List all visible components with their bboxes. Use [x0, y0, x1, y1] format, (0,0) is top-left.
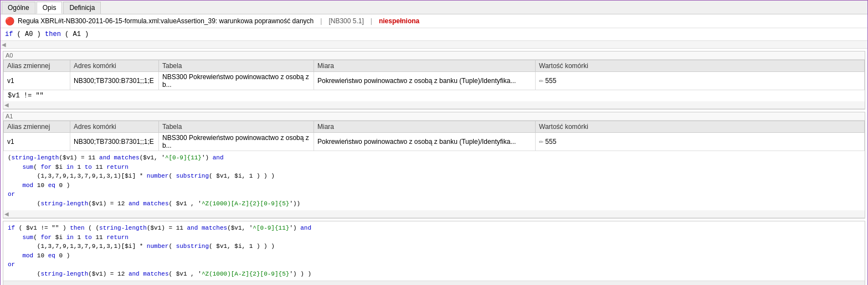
formula-display: if ( A0 ) then ( A1 ) [1, 28, 867, 41]
formula-part2: ( A1 ) [65, 30, 89, 38]
a0-edit-icon[interactable]: ✏ [539, 78, 543, 84]
col-value-header: Wartość komórki [536, 60, 865, 72]
a0-value-text: 555 [545, 77, 556, 85]
a1-table-0: NBS300 Pokrewieństwo powinowactwo z osob… [159, 133, 314, 151]
separator-1: | [320, 17, 322, 25]
a0-table-0: NBS300 Pokrewieństwo powinowactwo z osob… [159, 72, 314, 90]
bf-line-4: or [8, 261, 15, 268]
kw-if: if [5, 30, 13, 38]
main-container: Ogólne Opis Definicja 🔴 Reguła XBRL#t-NB… [0, 0, 868, 285]
formula-part1: ( A0 ) [17, 30, 45, 38]
a0-miara-0: Pokrewieństwo powinowactwo z osobą z ban… [314, 72, 536, 90]
a1-code-line-0: (string-length($v1) = 11 and matches($v1… [8, 154, 224, 161]
a0-value-0: ✏ 555 [536, 72, 865, 90]
bf-line-1: sum( for $i in 1 to 11 return [8, 234, 129, 241]
a1-value-text: 555 [545, 138, 556, 146]
bottom-scrollbar[interactable] [3, 281, 865, 285]
col-addr-header: Adres komórki [70, 60, 159, 72]
error-message: Reguła XBRL#t-NB300-2011-06-15-formula.x… [18, 17, 314, 25]
bf-line-0: if ( $v1 != "" ) then ( (string-length($… [8, 225, 311, 231]
a1-col-value-header: Wartość komórki [536, 121, 865, 133]
a1-col-miara-header: Miara [314, 121, 536, 133]
a1-miara-0: Pokrewieństwo powinowactwo z osobą z ban… [314, 133, 536, 151]
tab-ogolne[interactable]: Ogólne [2, 2, 35, 14]
a0-scrollbar[interactable] [3, 101, 865, 109]
a1-addr-0: NB300;TB7300:B7301;;1;E [70, 133, 159, 151]
a1-code-line-1: sum( for $i in 1 to 11 return [8, 164, 129, 170]
bottom-formula-code: if ( $v1 != "" ) then ( (string-length($… [3, 221, 865, 281]
a1-alias-0: v1 [4, 133, 70, 151]
version-badge: [NB300 5.1] [328, 17, 363, 25]
a1-code-line-5: (string-length($v1) = 12 and matches( $v… [8, 200, 300, 207]
tab-bar: Ogólne Opis Definicja [1, 1, 867, 14]
section-a1-label: A1 [3, 112, 865, 121]
a1-code-line-3: mod 10 eq 0 ) [8, 182, 70, 189]
a0-table: Alias zmiennej Adres komórki Tabela Miar… [3, 60, 865, 90]
status-label: niespełniona [379, 17, 419, 25]
a1-value-0: ✏ 555 [536, 133, 865, 151]
a1-col-table-header: Tabela [159, 121, 314, 133]
a1-scrollbar[interactable] [3, 210, 865, 218]
bf-line-2: (1,3,7,9,1,3,7,9,1,3,1)[$i] * number( su… [8, 243, 275, 250]
bf-line-5: (string-length($v1) = 12 and matches( $v… [8, 271, 311, 277]
a1-col-addr-header: Adres komórki [70, 121, 159, 133]
a0-row-0: v1 NB300;TB7300:B7301;;1;E NBS300 Pokrew… [4, 72, 865, 90]
error-icon: 🔴 [5, 17, 14, 25]
a0-table-header: Alias zmiennej Adres komórki Tabela Miar… [4, 60, 865, 72]
a1-table-header: Alias zmiennej Adres komórki Tabela Miar… [4, 121, 865, 133]
top-scrollbar[interactable] [1, 41, 867, 49]
col-table-header: Tabela [159, 60, 314, 72]
tab-opis[interactable]: Opis [37, 2, 63, 14]
a1-table: Alias zmiennej Adres komórki Tabela Miar… [3, 121, 865, 151]
col-alias-header: Alias zmiennej [4, 60, 70, 72]
a1-code-line-2: (1,3,7,9,1,3,7,9,1,3,1)[$i] * number( su… [8, 173, 275, 179]
a0-addr-0: NB300;TB7300:B7301;;1;E [70, 72, 159, 90]
col-miara-header: Miara [314, 60, 536, 72]
separator-2: | [371, 17, 372, 25]
bottom-formula-section: if ( $v1 != "" ) then ( (string-length($… [3, 221, 865, 285]
a0-alias-0: v1 [4, 72, 70, 90]
a1-code-block: (string-length($v1) = 11 and matches($v1… [3, 151, 865, 210]
kw-then: then [45, 30, 61, 38]
a1-row-0: v1 NB300;TB7300:B7301;;1;E NBS300 Pokrew… [4, 133, 865, 151]
a1-col-alias-header: Alias zmiennej [4, 121, 70, 133]
section-a1: A1 Alias zmiennej Adres komórki Tabela M… [3, 112, 865, 219]
bf-line-3: mod 10 eq 0 ) [8, 252, 70, 259]
tab-definicja[interactable]: Definicja [63, 2, 101, 14]
a1-code-line-4: or [8, 191, 15, 198]
section-a0-label: A0 [3, 51, 865, 60]
error-banner: 🔴 Reguła XBRL#t-NB300-2011-06-15-formula… [1, 14, 867, 28]
section-a0: A0 Alias zmiennej Adres komórki Tabela M… [3, 51, 865, 110]
a1-edit-icon[interactable]: ✏ [539, 139, 543, 145]
a0-condition: $v1 != "" [3, 90, 865, 101]
